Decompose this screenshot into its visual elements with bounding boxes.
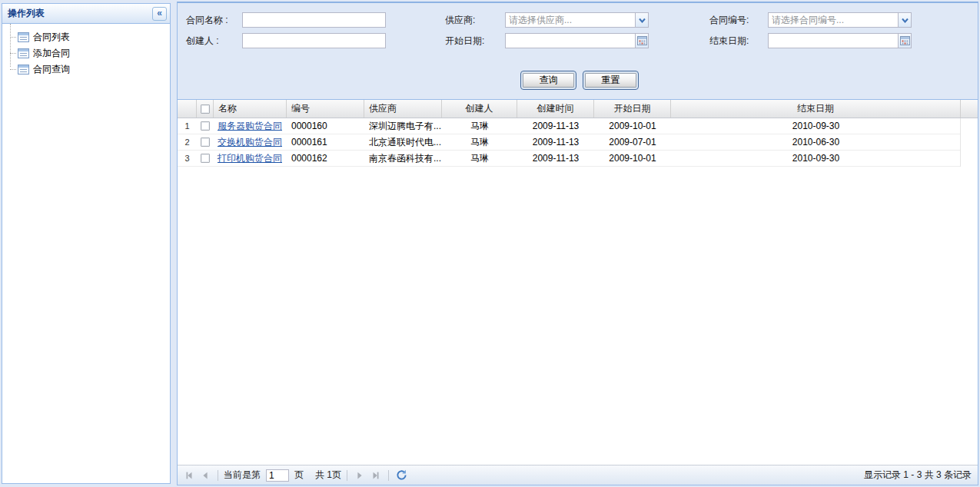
page-suffix: 页: [294, 469, 304, 482]
document-list-icon: [18, 48, 29, 58]
column-header-name[interactable]: 名称: [214, 100, 287, 118]
start-date-trigger[interactable]: [635, 34, 648, 48]
toolbar-separator: [388, 470, 389, 481]
last-page-button[interactable]: [369, 469, 383, 482]
creator-cell: 马琳: [442, 118, 517, 134]
end-date-cell: 2010-09-30: [671, 118, 961, 134]
column-header-filler: [961, 100, 978, 118]
row-number: 1: [178, 118, 197, 134]
start-date-cell: 2009-10-01: [594, 151, 671, 167]
column-header-supplier[interactable]: 供应商: [364, 100, 442, 118]
column-header-created[interactable]: 创建时间: [517, 100, 594, 118]
refresh-button[interactable]: [394, 469, 408, 482]
row-number-column-header: [178, 100, 197, 118]
contract-no-combo[interactable]: 请选择合同编号...: [768, 12, 912, 28]
document-list-icon: [18, 65, 29, 75]
grid-body: 1 服务器购货合同 0000160 深圳迈腾电子有... 马琳 2009-11-…: [178, 118, 978, 465]
select-all-checkbox[interactable]: [201, 104, 210, 114]
contract-name-label: 合同名称 :: [186, 12, 228, 28]
previous-page-button[interactable]: [198, 469, 212, 482]
column-header-creator[interactable]: 创建人: [442, 100, 517, 118]
refresh-icon: [396, 469, 407, 481]
previous-page-icon: [200, 470, 211, 481]
start-date-input[interactable]: [506, 34, 635, 48]
supplier-combo-trigger[interactable]: [635, 13, 648, 27]
first-page-button[interactable]: [182, 469, 196, 482]
supplier-cell: 北京通联时代电...: [364, 134, 442, 151]
column-header-start[interactable]: 开始日期: [594, 100, 671, 118]
creator-cell: 马琳: [442, 134, 517, 151]
record-summary: 显示记录 1 - 3 共 3 条记录: [864, 469, 972, 482]
reset-button[interactable]: 重置: [583, 71, 639, 90]
supplier-combo[interactable]: 请选择供应商...: [505, 12, 649, 28]
sidebar-tree: 合同列表 添加合同 合同查询: [2, 24, 170, 78]
start-date-field[interactable]: [505, 33, 649, 48]
contract-no-combo-trigger[interactable]: [898, 13, 911, 27]
query-button-label: 查询: [523, 73, 574, 88]
row-checkbox[interactable]: [201, 137, 210, 147]
row-checkbox[interactable]: [201, 154, 210, 163]
start-date-cell: 2009-10-01: [594, 118, 671, 134]
end-date-field[interactable]: [768, 33, 912, 48]
row-number: 2: [178, 134, 197, 151]
contract-name-link[interactable]: 打印机购货合同: [218, 153, 282, 164]
page-number-input[interactable]: [266, 469, 289, 482]
sidebar-title: 操作列表: [8, 7, 152, 20]
grid-rows: 1 服务器购货合同 0000160 深圳迈腾电子有... 马琳 2009-11-…: [178, 118, 961, 167]
contract-name-input[interactable]: [243, 13, 385, 27]
contract-code-cell: 0000162: [287, 151, 364, 167]
start-date-cell: 2009-07-01: [594, 134, 671, 151]
supplier-cell: 深圳迈腾电子有...: [364, 118, 442, 134]
creator-input[interactable]: [243, 34, 385, 48]
supplier-combo-placeholder: 请选择供应商...: [506, 13, 635, 27]
row-checkbox-cell: [197, 151, 214, 167]
chevron-down-icon: [639, 18, 646, 23]
last-page-icon: [370, 470, 381, 481]
start-date-label: 开始日期:: [445, 33, 484, 48]
current-page-prefix: 当前是第: [224, 469, 261, 482]
contract-no-combo-placeholder: 请选择合同编号...: [769, 13, 898, 27]
table-row[interactable]: 3 打印机购货合同 0000162 南京春函科技有... 马琳 2009-11-…: [178, 151, 960, 167]
select-all-column-header: [197, 100, 214, 118]
end-date-trigger[interactable]: [898, 34, 911, 48]
end-date-input[interactable]: [769, 34, 898, 48]
contract-code-cell: 0000161: [287, 134, 364, 151]
column-header-code[interactable]: 编号: [287, 100, 364, 118]
contract-name-link[interactable]: 交换机购货合同: [218, 137, 282, 147]
table-row[interactable]: 2 交换机购货合同 0000161 北京通联时代电... 马琳 2009-11-…: [178, 134, 960, 151]
collapse-sidebar-button[interactable]: «: [152, 7, 167, 21]
tree-elbow: [10, 37, 16, 38]
contract-management-page: 操作列表 « 合同列表: [0, 0, 980, 487]
contract-name-link[interactable]: 服务器购货合同: [218, 121, 282, 131]
sidebar-header: 操作列表 «: [2, 4, 170, 24]
row-checkbox[interactable]: [201, 121, 210, 131]
toolbar-separator: [347, 470, 347, 481]
next-page-button[interactable]: [353, 469, 367, 482]
sidebar-item-add-contract[interactable]: 添加合同: [6, 45, 170, 61]
creator-field-box: [242, 33, 386, 48]
chevron-down-icon: [902, 18, 909, 23]
first-page-icon: [184, 470, 194, 481]
table-row[interactable]: 1 服务器购货合同 0000160 深圳迈腾电子有... 马琳 2009-11-…: [178, 118, 960, 134]
calendar-icon: [900, 36, 910, 45]
next-page-icon: [354, 470, 365, 481]
created-date-cell: 2009-11-13: [517, 134, 594, 151]
contract-name-field-box: [242, 12, 386, 28]
sidebar-item-contract-query[interactable]: 合同查询: [6, 61, 170, 78]
sidebar-item-label: 添加合同: [33, 47, 70, 60]
end-date-cell: 2010-06-30: [671, 134, 961, 151]
document-list-icon: [18, 32, 29, 42]
sidebar: 操作列表 « 合同列表: [2, 3, 171, 484]
total-pages: 共 1页: [315, 469, 341, 482]
query-button[interactable]: 查询: [520, 71, 576, 90]
supplier-cell: 南京春函科技有...: [364, 151, 442, 167]
grid-header: 名称 编号 供应商 创建人 创建时间 开始日期 结束日期: [178, 100, 978, 118]
row-checkbox-cell: [197, 134, 214, 151]
created-date-cell: 2009-11-13: [517, 151, 594, 167]
calendar-icon: [637, 36, 647, 45]
tree-elbow: [10, 53, 16, 54]
creator-cell: 马琳: [442, 151, 517, 167]
sidebar-item-contract-list[interactable]: 合同列表: [6, 29, 170, 45]
sidebar-item-label: 合同列表: [33, 31, 70, 44]
column-header-end[interactable]: 结束日期: [671, 100, 961, 118]
